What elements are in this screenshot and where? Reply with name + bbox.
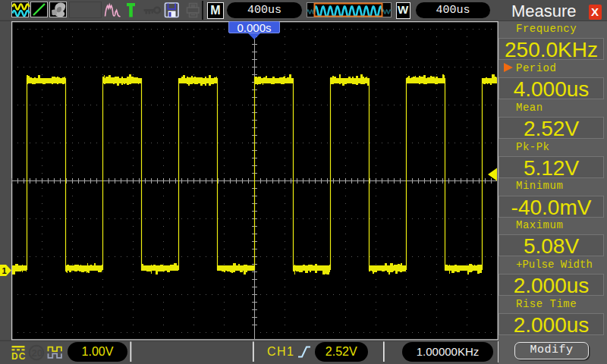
svg-text:DC: DC bbox=[11, 351, 26, 362]
svg-text:20: 20 bbox=[32, 347, 42, 359]
svg-text:1: 1 bbox=[2, 266, 7, 275]
